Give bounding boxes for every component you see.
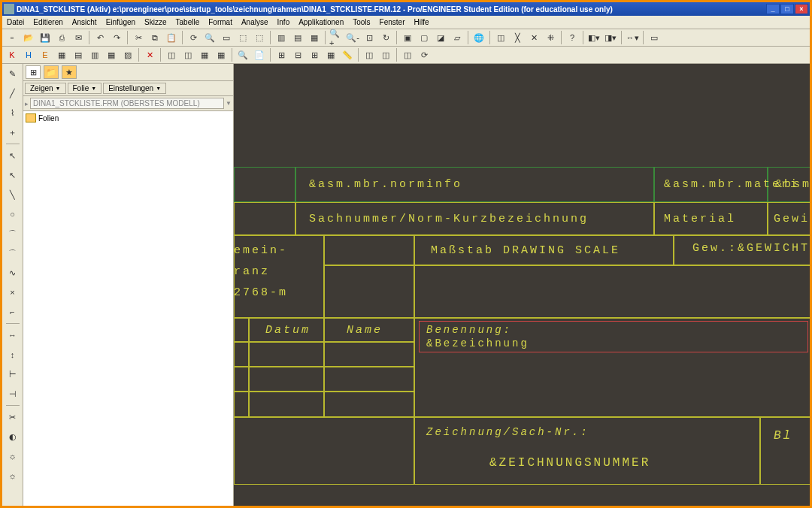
menu-hilfe[interactable]: Hilfe [410,17,434,28]
regen-icon[interactable]: ⟳ [186,30,201,45]
view-icon[interactable]: ▥ [274,30,289,45]
tool-icon[interactable]: ⬚ [252,30,267,45]
view-icon[interactable]: ▤ [290,30,305,45]
menu-editieren[interactable]: Editieren [29,17,67,28]
dim-icon[interactable]: ↔▾ [625,30,640,45]
datum-point-icon[interactable]: ✕ [526,30,541,45]
menu-einfuegen[interactable]: Einfügen [102,17,140,28]
grid-icon[interactable]: ⊟ [290,47,305,62]
arrow-tool-icon[interactable]: ↖ [5,167,21,183]
refit-icon[interactable]: ⊡ [362,30,377,45]
ruler-icon[interactable]: 📏 [340,47,355,62]
arrow-tool-icon[interactable]: ↖ [5,147,21,164]
window-icon[interactable]: ▭ [647,30,662,45]
tool-icon[interactable]: ▦ [197,47,212,62]
spline-icon[interactable]: ∿ [5,265,21,281]
drawing-canvas[interactable]: &asm.mbr.norminfo &asm.mbr.materi &bsm S… [234,64,810,506]
tool-icon[interactable]: ◫ [180,47,195,62]
menu-analyse[interactable]: Analyse [237,17,273,28]
sketch-icon[interactable]: E [38,47,53,62]
table-icon[interactable]: ▦ [54,47,69,62]
menu-tabelle[interactable]: Tabelle [171,17,205,28]
table-icon[interactable]: ▨ [120,47,135,62]
tree-area[interactable]: Folien [23,111,233,506]
tool-icon[interactable]: ◐ [5,428,21,445]
dim-icon[interactable]: ⊢ [5,366,21,383]
zoom-icon[interactable]: 🔍 [235,47,250,62]
refresh-icon[interactable]: ⟳ [417,47,432,62]
datum-csys-icon[interactable]: ⁜ [543,30,558,45]
layer-icon[interactable]: ▱ [450,30,465,45]
sketch-icon[interactable]: K [5,47,20,62]
close-button[interactable]: × [795,4,808,14]
filter-icon[interactable]: ◧▾ [586,30,601,45]
cut-icon[interactable]: ✂ [131,30,146,45]
filter-icon[interactable]: ◨▾ [603,30,618,45]
search-icon[interactable]: 🔍 [202,30,217,45]
table-icon[interactable]: ▦ [104,47,119,62]
paste-icon[interactable]: 📋 [164,30,179,45]
menu-applikationen[interactable]: Applikationen [294,17,348,28]
new-icon[interactable]: ▫ [5,30,20,45]
menu-fenster[interactable]: Fenster [375,17,410,28]
menu-info[interactable]: Info [273,17,295,28]
curve-tool-icon[interactable]: ⌇ [5,104,21,121]
sketch-tool-icon[interactable]: ✎ [5,65,21,82]
chamfer-icon[interactable]: ⌐ [5,304,21,320]
copy-icon[interactable]: ⧉ [147,30,162,45]
sketch-icon[interactable]: H [21,47,36,62]
view-icon[interactable]: ▦ [307,30,322,45]
tool-icon[interactable]: ▦ [214,47,229,62]
table-icon[interactable]: ▤ [71,47,86,62]
zoom-in-icon[interactable]: 🔍+ [329,30,344,45]
menu-format[interactable]: Format [204,17,237,28]
point-tool-icon[interactable]: ＋ [5,124,21,141]
select-icon[interactable]: ▭ [219,30,234,45]
globe-icon[interactable]: 🌐 [471,30,486,45]
note-icon[interactable]: 📄 [252,47,267,62]
help-icon[interactable]: ? [565,30,580,45]
trim-icon[interactable]: ✂ [5,409,21,425]
folder-icon[interactable]: 📁 [44,65,59,79]
tool-icon[interactable]: ◫ [362,47,377,62]
line-tool-icon[interactable]: ╱ [5,85,21,101]
print-icon[interactable]: ⎙ [54,30,69,45]
menu-datei[interactable]: Datei [2,17,29,28]
grid-icon[interactable]: ⊞ [274,47,289,62]
menu-tools[interactable]: Tools [348,17,374,28]
redo-icon[interactable]: ↷ [109,30,124,45]
minimize-button[interactable]: _ [766,4,780,14]
tree-item-folien[interactable]: Folien [25,113,232,123]
undo-icon[interactable]: ↶ [92,30,108,45]
layer-icon[interactable]: ▢ [417,30,432,45]
zoom-out-icon[interactable]: 🔍- [345,30,360,45]
line-icon[interactable]: ╲ [5,186,21,203]
tool-icon[interactable]: ◫ [400,47,415,62]
tool-icon[interactable]: ☼ [5,467,21,484]
table-icon[interactable]: ▥ [87,47,102,62]
tool-icon[interactable]: ⬚ [235,30,250,45]
maximize-button[interactable]: □ [780,4,794,14]
delete-icon[interactable]: ✕ [142,47,157,62]
folie-button[interactable]: Folie▼ [68,83,102,94]
arc-icon[interactable]: ⌒ [5,225,21,242]
dim-icon[interactable]: ⊣ [5,386,21,402]
model-input[interactable] [30,98,224,109]
datum-axis-icon[interactable]: ╳ [510,30,525,45]
dim-icon[interactable]: ↕ [5,346,21,363]
open-icon[interactable]: 📂 [21,30,36,45]
layer-icon[interactable]: ▣ [400,30,415,45]
datum-plane-icon[interactable]: ◫ [493,30,508,45]
menu-skizze[interactable]: Skizze [140,17,171,28]
tree-icon[interactable]: ⊞ [26,65,41,79]
orient-icon[interactable]: ↻ [378,30,393,45]
tool-icon[interactable]: ☼ [5,448,21,464]
star-icon[interactable]: ★ [62,65,77,79]
grid-icon[interactable]: ▦ [323,47,338,62]
mail-icon[interactable]: ✉ [71,30,86,45]
dim-icon[interactable]: ↔ [5,327,21,343]
point-icon[interactable]: × [5,284,21,301]
tool-icon[interactable]: ◫ [164,47,179,62]
circle-icon[interactable]: ○ [5,206,21,222]
zeigen-button[interactable]: Zeigen▼ [25,83,66,94]
